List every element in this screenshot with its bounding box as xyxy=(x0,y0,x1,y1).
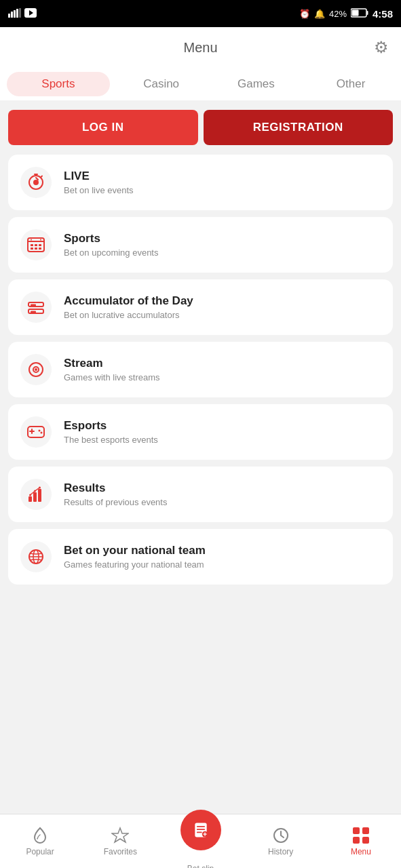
svg-rect-38 xyxy=(28,496,32,502)
svg-rect-3 xyxy=(16,9,18,18)
national-icon xyxy=(20,541,52,572)
svg-rect-39 xyxy=(33,492,37,502)
betslip-button[interactable] xyxy=(180,810,221,850)
nav-menu[interactable]: Menu xyxy=(321,827,401,856)
svg-rect-2 xyxy=(14,10,16,18)
time-display: 4:58 xyxy=(373,8,393,20)
esports-subtitle: The best esports events xyxy=(64,435,158,445)
nav-favorites[interactable]: Favorites xyxy=(80,827,160,856)
svg-rect-21 xyxy=(31,248,33,250)
svg-point-35 xyxy=(41,432,43,434)
esports-title: Esports xyxy=(64,419,158,433)
youtube-icon xyxy=(24,8,37,20)
menu-list: LIVE Bet on live events Sports Bet on up… xyxy=(0,155,401,593)
betslip-icon xyxy=(192,821,210,839)
status-left xyxy=(8,8,37,20)
mute-icon: 🔔 xyxy=(314,9,325,19)
results-icon xyxy=(20,479,52,510)
svg-line-15 xyxy=(36,178,38,180)
svg-rect-9 xyxy=(351,9,358,16)
sports-icon xyxy=(20,229,52,260)
esports-text: Esports The best esports events xyxy=(64,419,158,445)
svg-point-34 xyxy=(39,430,41,432)
live-subtitle: Bet on live events xyxy=(64,185,134,195)
bottom-nav: Popular Favorites Bet slip His xyxy=(0,814,401,868)
svg-rect-4 xyxy=(19,8,21,18)
nav-history[interactable]: History xyxy=(241,827,321,856)
sports-title: Sports xyxy=(64,232,158,245)
gear-icon[interactable]: ⚙ xyxy=(374,38,389,57)
menu-item-accumulator[interactable]: Accumulator of the Day Bet on lucrative … xyxy=(8,279,393,335)
stream-icon xyxy=(20,354,52,385)
nav-popular[interactable]: Popular xyxy=(0,827,80,856)
svg-rect-29 xyxy=(31,311,36,313)
esports-icon xyxy=(20,416,52,448)
favorites-label: Favorites xyxy=(104,847,137,856)
national-subtitle: Games featuring your national team xyxy=(64,559,206,570)
register-button[interactable]: REGISTRATION xyxy=(204,110,394,145)
tab-casino[interactable]: Casino xyxy=(114,69,209,99)
svg-rect-1 xyxy=(11,12,13,18)
svg-line-13 xyxy=(41,176,42,178)
menu-item-national[interactable]: Bet on your national team Games featurin… xyxy=(8,529,393,585)
status-right: ⏰ 🔔 42% 4:58 xyxy=(299,8,393,20)
battery-text: 42% xyxy=(329,9,347,19)
svg-rect-59 xyxy=(362,837,369,844)
alarm-icon: ⏰ xyxy=(299,9,310,19)
results-subtitle: Results of previous events xyxy=(64,497,167,507)
menu-item-live[interactable]: LIVE Bet on live events xyxy=(8,155,393,210)
live-text: LIVE Bet on live events xyxy=(64,170,134,195)
svg-rect-22 xyxy=(35,248,37,250)
svg-rect-23 xyxy=(39,248,41,250)
history-icon xyxy=(272,827,290,844)
svg-rect-40 xyxy=(38,489,41,502)
svg-rect-20 xyxy=(39,244,41,246)
login-button[interactable]: LOG IN xyxy=(8,110,198,145)
svg-rect-56 xyxy=(353,827,360,834)
svg-point-25 xyxy=(40,239,41,241)
tab-other[interactable]: Other xyxy=(303,69,398,99)
auth-buttons-container: LOG IN REGISTRATION xyxy=(0,100,401,155)
menu-icon xyxy=(352,827,370,844)
accumulator-text: Accumulator of the Day Bet on lucrative … xyxy=(64,294,193,320)
category-tabs: Sports Casino Games Other xyxy=(0,68,401,100)
nav-betslip[interactable]: Bet slip xyxy=(160,810,240,869)
accumulator-title: Accumulator of the Day xyxy=(64,294,193,308)
tab-sports[interactable]: Sports xyxy=(7,72,110,96)
svg-marker-47 xyxy=(112,828,128,842)
stream-subtitle: Games with live streams xyxy=(64,372,160,382)
live-icon xyxy=(20,167,52,198)
history-label: History xyxy=(268,847,293,856)
results-title: Results xyxy=(64,481,167,495)
favorites-icon xyxy=(111,827,129,844)
svg-rect-58 xyxy=(353,837,360,844)
accumulator-icon xyxy=(20,292,52,323)
menu-item-esports[interactable]: Esports The best esports events xyxy=(8,404,393,460)
svg-point-24 xyxy=(31,239,32,241)
svg-rect-28 xyxy=(31,304,36,307)
popular-label: Popular xyxy=(26,847,54,856)
header-title: Menu xyxy=(183,40,217,56)
stream-text: Stream Games with live streams xyxy=(64,357,160,382)
national-title: Bet on your national team xyxy=(64,544,206,557)
status-bar: ⏰ 🔔 42% 4:58 xyxy=(0,0,401,27)
tab-games[interactable]: Games xyxy=(209,69,304,99)
svg-rect-0 xyxy=(8,14,10,18)
sports-subtitle: Bet on upcoming events xyxy=(64,248,158,258)
svg-point-32 xyxy=(35,368,37,371)
sports-text: Sports Bet on upcoming events xyxy=(64,232,158,258)
app-header: Menu ⚙ xyxy=(0,27,401,68)
battery-icon xyxy=(351,8,368,20)
menu-item-results[interactable]: Results Results of previous events xyxy=(8,467,393,522)
menu-item-sports[interactable]: Sports Bet on upcoming events xyxy=(8,217,393,273)
svg-rect-8 xyxy=(366,11,368,15)
svg-rect-19 xyxy=(35,244,37,246)
menu-label: Menu xyxy=(351,847,371,856)
results-text: Results Results of previous events xyxy=(64,481,167,507)
svg-point-11 xyxy=(33,180,39,185)
svg-rect-18 xyxy=(31,244,33,246)
national-text: Bet on your national team Games featurin… xyxy=(64,544,206,570)
popular-icon xyxy=(31,827,49,844)
svg-rect-57 xyxy=(362,827,369,834)
menu-item-stream[interactable]: Stream Games with live streams xyxy=(8,342,393,397)
